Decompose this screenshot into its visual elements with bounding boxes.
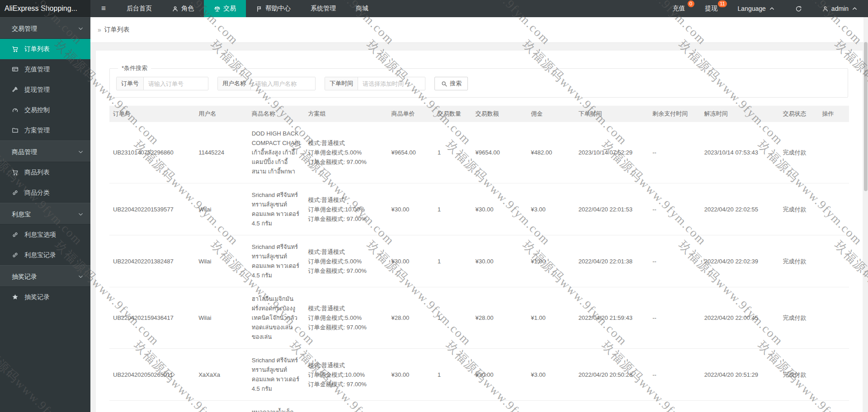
menu-toggle-icon[interactable]: ≡ — [90, 0, 117, 17]
user-icon — [172, 5, 179, 12]
sidebar-group-label: 交易管理 — [12, 25, 37, 32]
sidebar-item-goods-category[interactable]: 商品分类 — [0, 183, 90, 203]
column-header: 剩余支付时间 — [649, 106, 701, 122]
nav-item-mall[interactable]: 商城 — [346, 0, 378, 17]
nav-item-label: 交易 — [223, 5, 236, 13]
column-header: 佣金 — [527, 106, 575, 122]
cell-qty: 1 — [434, 401, 472, 412]
sidebar-item-label: 抽奖记录 — [24, 293, 50, 301]
cell-username: 11445224 — [195, 122, 248, 183]
nav-item-trade[interactable]: 交易 — [204, 0, 246, 17]
cell-unfreeze: 2022/04/20 22:02:55 — [701, 183, 779, 235]
sidebar-item-interest-records[interactable]: 利息宝记录 — [0, 245, 90, 265]
top-navbar: AliExpress Shopping... ≡ 后台首页角色交易帮助中心系统管… — [0, 0, 868, 17]
cell-remaining: -- — [649, 401, 701, 412]
cell-commission: ¥1.00 — [527, 235, 575, 287]
column-header: 操作 — [818, 106, 849, 122]
cell-amount: ¥9654.00 — [472, 122, 528, 183]
column-header: 交易状态 — [779, 106, 819, 122]
sidebar-item-trade-control[interactable]: 交易控制 — [0, 100, 90, 120]
page-title: 订单列表 — [104, 26, 130, 34]
sidebar-item-interest-treasure[interactable]: 利息宝 — [0, 203, 90, 225]
chevron-down-icon — [77, 149, 84, 155]
cell-unfreeze: 2022/04/20 22:02:39 — [701, 235, 779, 287]
cell-unit-price: ¥30.00 — [388, 349, 434, 401]
cell-remaining: -- — [649, 287, 701, 349]
column-header: 订单号 — [109, 106, 195, 122]
refresh-button[interactable] — [785, 0, 812, 17]
column-header: 解冻时间 — [701, 106, 779, 122]
scrollbar-thumb[interactable] — [864, 42, 868, 191]
sidebar-item-label: 提现管理 — [24, 86, 50, 94]
nav-withdraw[interactable]: 提现 11 — [695, 0, 728, 17]
flag-icon — [256, 5, 263, 12]
sidebar-item-lottery-records[interactable]: 抽奖记录 — [0, 287, 90, 307]
cell-unit-price: ¥28.00 — [388, 287, 434, 349]
nav-recharge[interactable]: 充值 0 — [663, 0, 695, 17]
scrollbar-track[interactable] — [863, 17, 868, 412]
cell-remaining: -- — [649, 349, 701, 401]
order-time-input[interactable] — [358, 77, 425, 90]
sidebar-item-recharge-management[interactable]: 充值管理 — [0, 59, 90, 80]
cell-plan: 模式:普通模式 订单佣金模式:5.00% 订单金额模式: 97.00% — [304, 122, 387, 183]
orders-table: 订单号用户名商品名称方案组商品单价交易数量交易数额佣金下单时间剩余支付时间解冻时… — [109, 106, 849, 412]
cell-status: 完成付款 — [779, 122, 819, 183]
sidebar-item-lottery-records-group[interactable]: 抽奖记录 — [0, 265, 90, 287]
search-row: 订单号用户名称下单时间 搜索 — [116, 77, 841, 90]
column-header: 商品名称 — [248, 106, 305, 122]
breadcrumb: » 订单列表 — [90, 17, 868, 43]
cell-remaining: -- — [649, 235, 701, 287]
language-label: Language — [738, 5, 766, 12]
cell-status: 完成付款 — [779, 401, 819, 412]
sidebar-group-label: 抽奖记录 — [12, 273, 37, 280]
order-no-input[interactable] — [144, 77, 208, 90]
search-button[interactable]: 搜索 — [434, 77, 468, 90]
card-icon — [12, 66, 19, 73]
gauge-icon — [12, 107, 19, 114]
nav-item-help-center[interactable]: 帮助中心 — [246, 0, 301, 17]
nav-right: 充值 0 提现 11 Language admin — [663, 0, 868, 17]
nav-item-roles[interactable]: 角色 — [162, 0, 204, 17]
cell-username: XaXaXa — [195, 349, 248, 401]
sidebar-item-trade-management[interactable]: 交易管理 — [0, 17, 90, 39]
username-input[interactable] — [251, 77, 315, 90]
sidebar-item-goods-list[interactable]: 商品列表 — [0, 162, 90, 183]
sidebar-item-withdraw-management[interactable]: 提现管理 — [0, 80, 90, 100]
cell-amount: ¥29.00 — [472, 401, 528, 412]
sidebar-item-interest-options[interactable]: 利息宝选项 — [0, 225, 90, 245]
cell-order-time: 2023/10/14 07:52:29 — [575, 122, 649, 183]
sidebar-item-plan-management[interactable]: 方案管理 — [0, 120, 90, 140]
search-button-label: 搜索 — [450, 80, 462, 88]
field-label: 用户名称 — [218, 77, 251, 90]
admin-label: admin — [831, 5, 849, 12]
link-icon — [12, 231, 19, 239]
refresh-icon — [795, 5, 802, 12]
language-selector[interactable]: Language — [728, 0, 785, 17]
nav-menu: 后台首页角色交易帮助中心系统管理商城 — [117, 0, 378, 17]
content-card: *条件搜索 订单号用户名称下单时间 搜索 订单号用户名商品名称方案组商品单价交易… — [96, 51, 863, 412]
table-row: UB2204202201382487WilaiSrichand ศรีจันทร… — [109, 235, 849, 287]
sidebar-item-label: 商品分类 — [24, 189, 50, 197]
main-content: *条件搜索 订单号用户名称下单时间 搜索 订单号用户名商品名称方案组商品单价交易… — [90, 43, 868, 412]
cell-unit-price: ¥30.00 — [388, 183, 434, 235]
cell-product: หมวกอาบน้ำเด็ก หมวกสระผมเด็ก กันน้ำ กันแ… — [248, 401, 305, 412]
cell-order-time: 2022/04/20 20:50:26 — [575, 349, 649, 401]
sidebar-item-label: 商品列表 — [24, 169, 50, 177]
nav-item-dashboard[interactable]: 后台首页 — [117, 0, 162, 17]
sidebar-item-goods-management[interactable]: 商品管理 — [0, 140, 90, 162]
admin-menu[interactable]: admin — [812, 0, 868, 17]
cell-status: 完成付款 — [779, 287, 819, 349]
nav-item-system-management[interactable]: 系统管理 — [301, 0, 346, 17]
column-header: 下单时间 — [575, 106, 649, 122]
search-fieldset: *条件搜索 订单号用户名称下单时间 搜索 — [109, 64, 848, 98]
cell-order-time: 2022/04/20 22:01:53 — [575, 183, 649, 235]
sidebar-item-label: 方案管理 — [24, 126, 50, 135]
cell-qty: 1 — [434, 183, 472, 235]
cell-plan: 模式:普通模式 订单佣金模式:5.00% 订单金额模式: 97.00% — [304, 287, 387, 349]
nav-item-label: 帮助中心 — [265, 5, 291, 13]
sidebar-item-order-list[interactable]: 订单列表 — [0, 39, 90, 59]
cell-remaining: -- — [649, 183, 701, 235]
cell-amount: ¥30.00 — [472, 183, 528, 235]
cell-username: Wilai — [195, 235, 248, 287]
cell-product: Srichand ศรีจันทร์ ทรานส์ลูเซนท์ คอมแพค … — [248, 183, 305, 235]
